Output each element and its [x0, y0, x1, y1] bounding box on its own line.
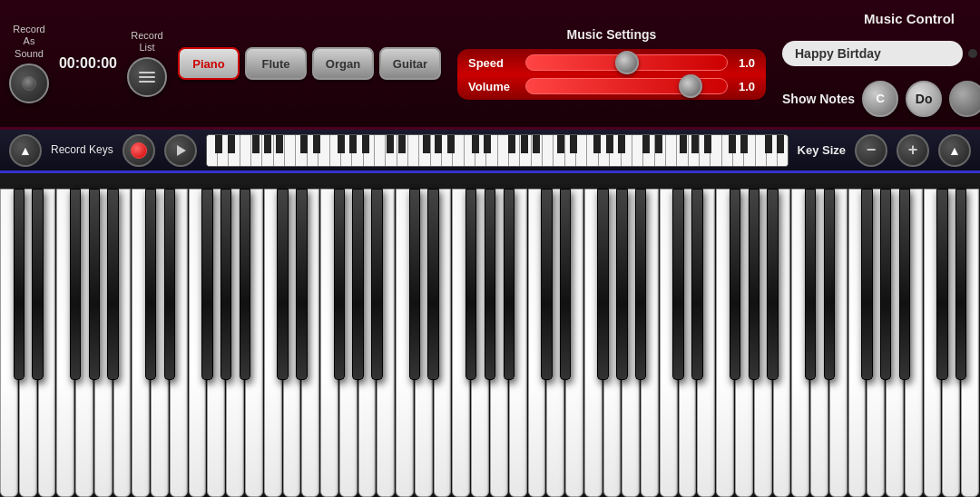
music-settings-section: Music Settings Speed 1.0 Volume 1.0 [457, 27, 766, 100]
dropdown-dot [968, 49, 977, 58]
black-key[interactable] [541, 189, 552, 380]
volume-label: Volume [468, 80, 518, 93]
black-key[interactable] [14, 189, 24, 380]
black-key[interactable] [749, 189, 760, 380]
key-size-up-button[interactable]: ▲ [938, 134, 971, 167]
record-list-button[interactable] [127, 57, 167, 97]
scroll-up-button[interactable]: ▲ [9, 134, 42, 167]
volume-knob[interactable] [679, 74, 702, 98]
black-key[interactable] [485, 189, 495, 380]
speed-label: Speed [468, 56, 518, 70]
black-key[interactable] [616, 189, 627, 380]
mini-keyboard-strip [206, 134, 789, 167]
piano-keyboard [0, 173, 980, 497]
music-control-title: Music Control [864, 11, 955, 26]
list-icon [139, 72, 155, 83]
show-notes-label: Show Notes [782, 92, 855, 106]
notes-knob[interactable] [949, 81, 980, 117]
black-key[interactable] [201, 189, 212, 380]
black-key[interactable] [805, 189, 816, 380]
black-key[interactable] [352, 189, 363, 380]
black-key[interactable] [334, 189, 345, 380]
black-key[interactable] [861, 189, 872, 380]
black-key[interactable] [32, 189, 43, 380]
black-key[interactable] [504, 189, 514, 380]
organ-button[interactable]: Organ [312, 47, 374, 80]
music-control-section: Music Control Happy Birtday ▾ Show Notes… [782, 11, 980, 117]
black-key[interactable] [145, 189, 156, 380]
black-key[interactable] [427, 189, 438, 380]
black-key[interactable] [691, 189, 702, 380]
speed-value: 1.0 [735, 56, 755, 70]
record-icon [131, 142, 147, 159]
note-do-button[interactable]: Do [906, 81, 942, 117]
black-key[interactable] [956, 189, 966, 380]
play-small-button[interactable] [164, 134, 197, 167]
black-key[interactable] [560, 189, 571, 380]
black-key[interactable] [107, 189, 118, 380]
record-keys-label: Record Keys [51, 143, 113, 156]
speed-slider[interactable] [525, 54, 728, 71]
black-key[interactable] [277, 189, 288, 380]
song-name-display: Happy Birtday [782, 41, 963, 66]
black-key[interactable] [936, 189, 947, 380]
black-key[interactable] [672, 189, 683, 380]
black-key[interactable] [240, 189, 250, 380]
instrument-row: Piano Flute Organ Guitar [178, 47, 441, 80]
black-key[interactable] [89, 189, 100, 380]
record-as-sound-label: Record As Sound [9, 24, 49, 60]
black-key[interactable] [880, 189, 891, 380]
black-key[interactable] [899, 189, 910, 380]
speed-row: Speed 1.0 [468, 54, 755, 71]
play-small-icon [177, 145, 186, 156]
record-as-sound-icon [22, 76, 36, 91]
black-key[interactable] [70, 189, 81, 380]
record-as-sound-section: Record As Sound [9, 24, 49, 103]
song-row: Happy Birtday ▾ [782, 34, 980, 73]
record-as-sound-button[interactable] [9, 63, 49, 103]
black-key[interactable] [220, 189, 231, 380]
volume-row: Volume 1.0 [468, 78, 755, 94]
speed-knob[interactable] [615, 51, 639, 74]
guitar-button[interactable]: Guitar [379, 47, 441, 80]
black-key[interactable] [371, 189, 382, 380]
sliders-container: Speed 1.0 Volume 1.0 [457, 49, 766, 100]
timer-display: 00:00:00 [56, 55, 120, 72]
record-list-label: Record List [131, 30, 162, 54]
key-size-minus-button[interactable]: − [855, 134, 887, 167]
controls-bar: ▲ Record Keys Key Size − + ▲ [0, 130, 980, 173]
note-c-button[interactable]: C [862, 81, 898, 117]
black-key[interactable] [730, 189, 740, 380]
volume-slider[interactable] [525, 78, 728, 94]
black-key[interactable] [635, 189, 646, 380]
instruments-section: Piano Flute Organ Guitar [178, 47, 441, 80]
record-button[interactable] [122, 134, 155, 167]
music-settings-title: Music Settings [567, 27, 657, 42]
key-size-plus-button[interactable]: + [897, 134, 929, 167]
black-key[interactable] [296, 189, 307, 380]
black-key[interactable] [767, 189, 778, 380]
black-key[interactable] [466, 189, 476, 380]
black-key[interactable] [597, 189, 608, 380]
black-key[interactable] [164, 189, 175, 380]
black-key[interactable] [824, 189, 835, 380]
black-key[interactable] [409, 189, 420, 380]
piano-button[interactable]: Piano [178, 47, 240, 80]
top-bar: Record As Sound 00:00:00 Record List Pia… [0, 0, 980, 130]
volume-value: 1.0 [735, 80, 755, 93]
show-notes-row: Show Notes C Do [782, 81, 980, 117]
flute-button[interactable]: Flute [245, 47, 307, 80]
record-list-section: Record List [127, 30, 167, 97]
key-size-label: Key Size [798, 143, 846, 157]
